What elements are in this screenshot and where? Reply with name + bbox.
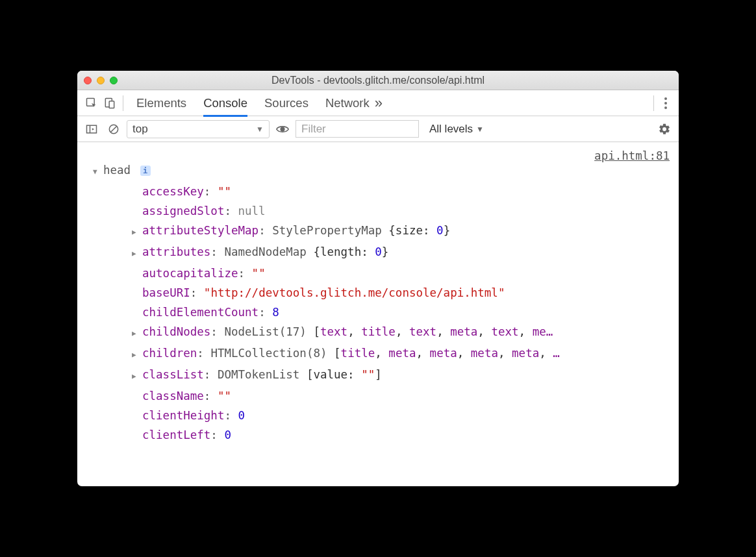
- property-row[interactable]: assignedSlot: null: [85, 201, 671, 221]
- property-row[interactable]: clientLeft: 0: [85, 425, 671, 445]
- device-toggle-icon[interactable]: [101, 94, 119, 112]
- property-summary: {length: 0}: [313, 245, 388, 258]
- property-summary: [value: ""]: [307, 368, 382, 381]
- context-label: top: [132, 123, 148, 136]
- property-key: childNodes: [142, 325, 210, 338]
- property-row[interactable]: attributeStyleMap: StylePropertyMap {siz…: [85, 221, 671, 242]
- clear-console-icon[interactable]: [105, 120, 123, 138]
- property-key: autocapitalize: [142, 267, 238, 280]
- info-badge-icon[interactable]: i: [140, 166, 151, 176]
- expand-toggle-icon[interactable]: [132, 343, 140, 365]
- property-row[interactable]: childElementCount: 8: [85, 303, 671, 322]
- property-row[interactable]: attributes: NamedNodeMap {length: 0}: [85, 242, 671, 264]
- array-item: text: [320, 325, 347, 338]
- main-tabbar: Elements Console Sources Network »: [77, 90, 679, 116]
- expand-toggle-icon[interactable]: [93, 160, 101, 182]
- settings-menu-button[interactable]: [658, 97, 674, 109]
- property-class: DOMTokenList: [218, 368, 299, 381]
- property-row[interactable]: autocapitalize: "": [85, 264, 671, 283]
- array-item: title: [361, 325, 396, 338]
- property-summary: {size: 0}: [388, 224, 450, 237]
- expand-toggle-icon[interactable]: [132, 365, 140, 386]
- source-link[interactable]: api.html:81: [594, 146, 670, 166]
- filter-input[interactable]: [296, 120, 419, 138]
- close-button[interactable]: [84, 77, 92, 84]
- levels-label: All levels: [429, 123, 473, 136]
- tab-network[interactable]: Network: [325, 91, 370, 116]
- property-key: baseURI: [142, 286, 190, 299]
- svg-rect-2: [109, 101, 114, 108]
- property-value: 8: [272, 306, 279, 319]
- property-value: 0: [224, 428, 231, 441]
- property-row[interactable]: children: HTMLCollection(8) [title, meta…: [85, 343, 671, 365]
- array-item: me…: [533, 325, 553, 338]
- property-key: clientLeft: [142, 428, 210, 441]
- property-key: clientHeight: [142, 409, 224, 422]
- property-value: "": [252, 267, 266, 280]
- array-item: meta: [512, 347, 539, 360]
- property-key: childElementCount: [142, 306, 258, 319]
- minimize-button[interactable]: [97, 77, 105, 84]
- separator: [653, 95, 654, 111]
- array-item: text: [409, 325, 436, 338]
- svg-rect-3: [87, 125, 97, 133]
- separator: [123, 95, 123, 111]
- object-properties: accessKey: ""assignedSlot: nullattribute…: [85, 182, 671, 445]
- property-row[interactable]: childNodes: NodeList(17) [text, title, t…: [85, 322, 671, 343]
- property-value: null: [238, 204, 266, 217]
- property-class: NamedNodeMap: [224, 245, 306, 258]
- property-value: 0: [238, 409, 246, 422]
- property-row[interactable]: clientHeight: 0: [85, 406, 671, 425]
- object-root[interactable]: head i: [85, 160, 671, 182]
- expand-toggle-icon[interactable]: [132, 242, 140, 264]
- tab-sources[interactable]: Sources: [264, 91, 309, 116]
- array-item: meta: [430, 347, 457, 360]
- array-item: meta: [388, 347, 416, 360]
- svg-line-6: [110, 126, 116, 132]
- array-item: …: [553, 347, 560, 360]
- array-item: title: [341, 347, 375, 360]
- property-key: className: [142, 390, 204, 402]
- dropdown-icon: ▼: [476, 125, 484, 134]
- property-row[interactable]: className: "": [85, 386, 671, 406]
- log-levels-selector[interactable]: All levels ▼: [429, 123, 484, 136]
- property-row[interactable]: classList: DOMTokenList [value: ""]: [85, 365, 671, 386]
- more-tabs-button[interactable]: »: [370, 95, 388, 112]
- expand-toggle-icon[interactable]: [132, 322, 140, 343]
- property-key: children: [142, 347, 197, 360]
- property-key: attributeStyleMap: [142, 224, 258, 237]
- property-key: assignedSlot: [142, 204, 224, 217]
- array-item: meta: [450, 325, 477, 338]
- inspect-element-icon[interactable]: [82, 94, 101, 112]
- property-value: "": [218, 390, 231, 402]
- property-value: "http://devtools.glitch.me/console/api.h…: [204, 286, 505, 299]
- object-name: head: [103, 164, 131, 177]
- console-settings-icon[interactable]: [655, 123, 674, 136]
- property-class: StylePropertyMap: [272, 224, 382, 237]
- dropdown-icon: ▼: [256, 125, 264, 134]
- panel-tabs: Elements Console Sources Network: [136, 91, 370, 116]
- array-item: text: [491, 325, 518, 338]
- expand-toggle-icon[interactable]: [132, 221, 140, 242]
- live-expression-icon[interactable]: [273, 122, 292, 136]
- property-row[interactable]: accessKey: "": [85, 182, 671, 201]
- console-toolbar: top ▼ All levels ▼: [77, 116, 679, 142]
- sidebar-toggle-icon[interactable]: [82, 120, 101, 138]
- tab-elements[interactable]: Elements: [136, 91, 186, 116]
- property-class: NodeList(17): [224, 325, 306, 338]
- execution-context-selector[interactable]: top ▼: [127, 120, 270, 138]
- property-key: accessKey: [142, 185, 204, 198]
- array-item: meta: [471, 347, 498, 360]
- titlebar: DevTools - devtools.glitch.me/console/ap…: [77, 71, 679, 90]
- property-key: attributes: [142, 245, 210, 258]
- zoom-button[interactable]: [110, 77, 118, 84]
- window-controls: [84, 77, 118, 84]
- svg-point-7: [281, 127, 284, 131]
- property-value: "": [218, 185, 231, 198]
- property-key: classList: [142, 368, 204, 381]
- devtools-window: DevTools - devtools.glitch.me/console/ap…: [77, 71, 679, 486]
- property-class: HTMLCollection(8): [210, 347, 327, 360]
- tab-console[interactable]: Console: [203, 91, 247, 116]
- property-row[interactable]: baseURI: "http://devtools.glitch.me/cons…: [85, 283, 671, 303]
- window-title: DevTools - devtools.glitch.me/console/ap…: [77, 75, 679, 86]
